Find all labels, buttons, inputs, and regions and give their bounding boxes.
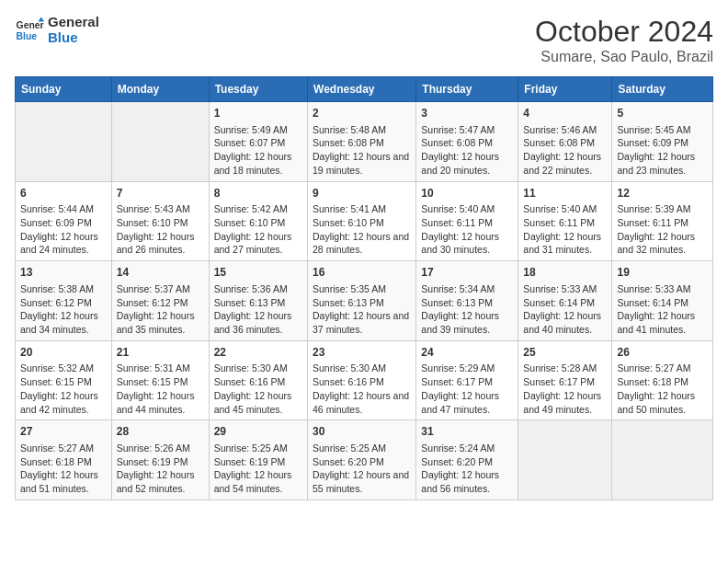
logo: General Blue General Blue [15, 15, 99, 45]
calendar-cell: 16Sunrise: 5:35 AMSunset: 6:13 PMDayligh… [308, 261, 416, 341]
svg-text:General: General [17, 20, 44, 30]
day-number: 9 [313, 186, 411, 201]
calendar-cell: 13Sunrise: 5:38 AMSunset: 6:12 PMDayligh… [16, 261, 112, 341]
day-number: 20 [20, 345, 107, 361]
sunset-text: Sunset: 6:12 PM [20, 296, 107, 310]
daylight-text: Daylight: 12 hours and 19 minutes. [313, 150, 411, 177]
calendar-cell: 25Sunrise: 5:28 AMSunset: 6:17 PMDayligh… [518, 340, 612, 420]
sunrise-text: Sunrise: 5:44 AM [20, 202, 107, 216]
calendar-cell: 30Sunrise: 5:25 AMSunset: 6:20 PMDayligh… [308, 420, 416, 500]
day-number: 14 [117, 265, 204, 281]
sunset-text: Sunset: 6:18 PM [20, 455, 107, 469]
day-number: 29 [214, 424, 302, 440]
calendar-cell: 24Sunrise: 5:29 AMSunset: 6:17 PMDayligh… [416, 340, 518, 420]
calendar-cell: 7Sunrise: 5:43 AMSunset: 6:10 PMDaylight… [111, 181, 209, 261]
sunrise-text: Sunrise: 5:36 AM [214, 282, 302, 296]
daylight-text: Daylight: 12 hours and 40 minutes. [523, 309, 607, 336]
day-number: 26 [617, 345, 708, 361]
sunrise-text: Sunrise: 5:30 AM [214, 362, 302, 375]
weekday-header-monday: Monday [111, 77, 209, 102]
sunrise-text: Sunrise: 5:47 AM [421, 123, 513, 137]
sunrise-text: Sunrise: 5:38 AM [20, 282, 107, 296]
sunset-text: Sunset: 6:11 PM [523, 216, 607, 230]
sunset-text: Sunset: 6:15 PM [117, 375, 204, 389]
sunset-text: Sunset: 6:09 PM [617, 136, 708, 150]
day-number: 13 [20, 265, 107, 281]
sunset-text: Sunset: 6:19 PM [117, 455, 204, 469]
calendar-cell: 8Sunrise: 5:42 AMSunset: 6:10 PMDaylight… [209, 181, 307, 261]
sunrise-text: Sunrise: 5:26 AM [117, 442, 204, 455]
sunset-text: Sunset: 6:14 PM [523, 296, 607, 310]
sunrise-text: Sunrise: 5:25 AM [313, 442, 411, 455]
sunset-text: Sunset: 6:16 PM [214, 375, 302, 389]
week-row-4: 20Sunrise: 5:32 AMSunset: 6:15 PMDayligh… [16, 340, 713, 420]
calendar-cell: 19Sunrise: 5:33 AMSunset: 6:14 PMDayligh… [612, 261, 713, 341]
sunrise-text: Sunrise: 5:42 AM [214, 202, 302, 216]
sunrise-text: Sunrise: 5:41 AM [313, 202, 411, 216]
calendar-cell: 18Sunrise: 5:33 AMSunset: 6:14 PMDayligh… [518, 261, 612, 341]
daylight-text: Daylight: 12 hours and 39 minutes. [421, 309, 513, 336]
calendar-cell: 14Sunrise: 5:37 AMSunset: 6:12 PMDayligh… [111, 261, 209, 341]
day-number: 31 [421, 424, 513, 440]
daylight-text: Daylight: 12 hours and 30 minutes. [421, 230, 513, 257]
sunset-text: Sunset: 6:13 PM [313, 296, 411, 310]
weekday-header-saturday: Saturday [612, 77, 713, 102]
weekday-header-tuesday: Tuesday [209, 77, 307, 102]
calendar-cell: 28Sunrise: 5:26 AMSunset: 6:19 PMDayligh… [111, 420, 209, 500]
calendar-cell [16, 102, 112, 182]
logo-line2: Blue [48, 30, 99, 46]
sunrise-text: Sunrise: 5:35 AM [313, 282, 411, 296]
sunrise-text: Sunrise: 5:39 AM [617, 202, 708, 216]
calendar-cell [612, 420, 713, 500]
calendar-cell: 23Sunrise: 5:30 AMSunset: 6:16 PMDayligh… [308, 340, 416, 420]
calendar-cell: 5Sunrise: 5:45 AMSunset: 6:09 PMDaylight… [612, 102, 713, 182]
day-number: 30 [313, 424, 411, 440]
calendar-cell: 29Sunrise: 5:25 AMSunset: 6:19 PMDayligh… [209, 420, 307, 500]
sunrise-text: Sunrise: 5:33 AM [523, 282, 607, 296]
daylight-text: Daylight: 12 hours and 46 minutes. [313, 389, 411, 416]
sunset-text: Sunset: 6:11 PM [421, 216, 513, 230]
sunrise-text: Sunrise: 5:34 AM [421, 282, 513, 296]
day-number: 19 [617, 265, 708, 281]
weekday-header-row: SundayMondayTuesdayWednesdayThursdayFrid… [16, 77, 713, 102]
daylight-text: Daylight: 12 hours and 51 minutes. [20, 468, 107, 495]
day-number: 2 [313, 106, 411, 121]
calendar-cell: 4Sunrise: 5:46 AMSunset: 6:08 PMDaylight… [518, 102, 612, 182]
sunset-text: Sunset: 6:10 PM [313, 216, 411, 230]
sunrise-text: Sunrise: 5:29 AM [421, 362, 513, 375]
daylight-text: Daylight: 12 hours and 45 minutes. [214, 389, 302, 416]
sunset-text: Sunset: 6:15 PM [20, 375, 107, 389]
calendar-subtitle: Sumare, Sao Paulo, Brazil [535, 49, 713, 65]
daylight-text: Daylight: 12 hours and 37 minutes. [313, 309, 411, 336]
sunset-text: Sunset: 6:10 PM [214, 216, 302, 230]
sunrise-text: Sunrise: 5:31 AM [117, 362, 204, 375]
daylight-text: Daylight: 12 hours and 20 minutes. [421, 150, 513, 177]
sunrise-text: Sunrise: 5:48 AM [313, 123, 411, 137]
sunrise-text: Sunrise: 5:25 AM [214, 442, 302, 455]
calendar-table: SundayMondayTuesdayWednesdayThursdayFrid… [15, 76, 713, 500]
sunset-text: Sunset: 6:10 PM [117, 216, 204, 230]
day-number: 25 [523, 345, 607, 361]
daylight-text: Daylight: 12 hours and 52 minutes. [117, 468, 204, 495]
sunset-text: Sunset: 6:14 PM [617, 296, 708, 310]
daylight-text: Daylight: 12 hours and 44 minutes. [117, 389, 204, 416]
sunset-text: Sunset: 6:09 PM [20, 216, 107, 230]
day-number: 24 [421, 345, 513, 361]
daylight-text: Daylight: 12 hours and 27 minutes. [214, 230, 302, 257]
calendar-cell: 20Sunrise: 5:32 AMSunset: 6:15 PMDayligh… [16, 340, 112, 420]
day-number: 5 [617, 106, 708, 121]
daylight-text: Daylight: 12 hours and 36 minutes. [214, 309, 302, 336]
sunrise-text: Sunrise: 5:27 AM [617, 362, 708, 375]
sunset-text: Sunset: 6:08 PM [313, 136, 411, 150]
sunset-text: Sunset: 6:11 PM [617, 216, 708, 230]
day-number: 28 [117, 424, 204, 440]
sunset-text: Sunset: 6:20 PM [313, 455, 411, 469]
sunset-text: Sunset: 6:17 PM [421, 375, 513, 389]
daylight-text: Daylight: 12 hours and 31 minutes. [523, 230, 607, 257]
daylight-text: Daylight: 12 hours and 35 minutes. [117, 309, 204, 336]
day-number: 7 [117, 186, 204, 201]
daylight-text: Daylight: 12 hours and 41 minutes. [617, 309, 708, 336]
calendar-cell: 17Sunrise: 5:34 AMSunset: 6:13 PMDayligh… [416, 261, 518, 341]
calendar-cell: 21Sunrise: 5:31 AMSunset: 6:15 PMDayligh… [111, 340, 209, 420]
day-number: 8 [214, 186, 302, 201]
